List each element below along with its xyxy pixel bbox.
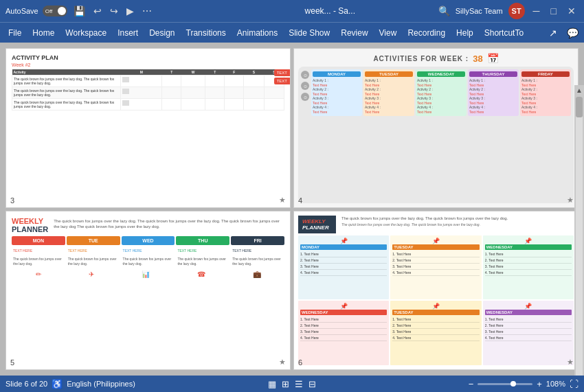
menu-file[interactable]: File — [3, 25, 27, 41]
table-row: The quick brown fox jumps over the lazy … — [12, 99, 284, 111]
restore-button[interactable]: □ — [548, 5, 559, 16]
slide-star-4: ★ — [567, 196, 574, 205]
slide-number-4: 4 — [298, 196, 302, 205]
s6-weekly: WEEKLY — [302, 218, 332, 224]
s6-tuesday-label: TUESDAY — [392, 244, 479, 250]
s6-wednesday3-item2: 2. Text Here — [485, 323, 572, 329]
s6-wednesday-item4: 4. Text Here — [485, 270, 572, 276]
autosave-knob — [58, 7, 66, 15]
undo-icon[interactable]: ↩ — [91, 5, 104, 16]
notes-view-icon[interactable]: ⊟ — [308, 379, 316, 389]
s4-mon-a4: Activity 4 : — [313, 105, 361, 109]
autosave-state: Off — [45, 8, 53, 14]
scroll-up-arrow[interactable]: ▲ — [574, 85, 584, 95]
s5-wed-content: The quick brown fox jumps over the lazy … — [122, 256, 175, 266]
zoom-level: 108% — [546, 380, 565, 388]
menu-insert[interactable]: Insert — [112, 25, 144, 41]
s6-wednesday-item2: 2. Text Here — [485, 257, 572, 264]
s5-icon-briefcase: 💼 — [253, 270, 261, 278]
slide6-content: WEEKLY PLANNER The quick brown fox jumps… — [294, 211, 578, 370]
s5-day-fri: FRI — [231, 236, 284, 245]
slide-cell-4[interactable]: ACTIVITIES FOR WEEK : 38 📅 ⊙ ⊙ ⊙ MONDAY … — [293, 48, 579, 208]
comment-icon[interactable]: 💬 — [564, 26, 581, 40]
slide3-content: ACTIVITY PLAN Week #2 TEXT TEXT Activity… — [6, 49, 290, 207]
s3-week: Week #2 — [12, 62, 58, 67]
s3-badge2: TEXT — [274, 78, 290, 84]
slide-info: Slide 6 of 20 — [5, 380, 47, 388]
slide-star-3: ★ — [279, 196, 286, 205]
outline-view-icon[interactable]: ☰ — [295, 379, 303, 389]
redo-icon[interactable]: ↪ — [108, 5, 120, 16]
scrollbar[interactable]: ▲ ▼ — [574, 85, 584, 376]
menu-help[interactable]: Help — [451, 25, 479, 41]
menu-view[interactable]: View — [374, 25, 403, 41]
menu-home[interactable]: Home — [27, 25, 60, 41]
s5-thu-text: TEXT HERE — [176, 248, 229, 254]
fit-window-icon[interactable]: ⛶ — [570, 379, 579, 389]
zoom-in-icon[interactable]: + — [537, 379, 542, 389]
s4-monday-col: MONDAY Activity 1 : Text Here Activity 2… — [311, 69, 362, 116]
zoom-slider[interactable] — [478, 383, 532, 385]
s6-wednesday3-label: WEDNESDAY — [485, 310, 572, 315]
status-bar: Slide 6 of 20 ♿ English (Philippines) ▦ … — [0, 376, 584, 392]
slide-cell-3[interactable]: ACTIVITY PLAN Week #2 TEXT TEXT Activity… — [5, 48, 291, 208]
document-title: week... - Sa... — [305, 6, 355, 16]
s4-thursday-col: THURSDAY Activity 1 : Text Here Activity… — [468, 69, 519, 116]
accessibility-icon[interactable]: ♿ — [52, 379, 63, 389]
share-icon[interactable]: ↗ — [546, 26, 560, 40]
title-right: 🔍 SillySac Team ST ─ □ ✕ — [438, 3, 579, 19]
s3-row1-activity: The quick brown fox jumps over the lazy … — [12, 76, 121, 87]
language: English (Philippines) — [67, 380, 135, 388]
s6-wednesday2-item4: 4. Text Here — [300, 335, 387, 341]
s6-wednesday2-item1: 1. Text Here — [300, 316, 387, 323]
s3-header-s: S — [244, 69, 264, 76]
s6-wednesday3-pin: 📌 — [485, 303, 572, 310]
menu-transitions[interactable]: Transitions — [181, 25, 232, 41]
scroll-track[interactable] — [576, 97, 583, 376]
s5-wed-text: TEXT HERE — [122, 248, 175, 254]
slide-number-6: 6 — [298, 358, 302, 367]
s6-wednesday2-sticky: 📌 WEDNESDAY 1. Text Here 2. Text Here 3.… — [298, 301, 389, 365]
zoom-out-icon[interactable]: − — [469, 379, 474, 389]
s6-wednesday-item1: 1. Text Here — [485, 251, 572, 257]
menu-slideshow[interactable]: Slide Show — [283, 25, 335, 41]
menu-animations[interactable]: Animations — [232, 25, 283, 41]
slide-cell-5[interactable]: WEEKLY PLANNER The quick brown fox jumps… — [5, 211, 291, 371]
s3-header-t: T — [162, 69, 181, 76]
present-icon[interactable]: ▶ — [124, 5, 136, 16]
normal-view-icon[interactable]: ▦ — [268, 379, 276, 389]
s6-tuesday-item3: 3. Text Here — [392, 264, 479, 270]
s6-wednesday3-item4: 4. Text Here — [485, 335, 572, 341]
more-icon[interactable]: ⋯ — [140, 5, 154, 16]
menu-recording[interactable]: Recording — [402, 25, 451, 41]
s4-icon1: ⊙ — [301, 71, 309, 79]
menu-shortcutto[interactable]: ShortcutTo — [479, 25, 529, 41]
s6-monday-item2: 2. Text Here — [300, 257, 387, 264]
menu-design[interactable]: Design — [144, 25, 180, 41]
menu-review[interactable]: Review — [335, 25, 373, 41]
s4-title: ACTIVITIES FOR WEEK : — [373, 55, 469, 62]
s3-badge1: TEXT — [274, 69, 290, 76]
s5-tue-text: TEXT HERE — [67, 248, 120, 254]
s6-wednesday-item3: 3. Text Here — [485, 264, 572, 270]
autosave-toggle[interactable]: Off — [43, 5, 67, 16]
s6-header-text: The quick brown fox jumps over the lazy … — [339, 216, 574, 227]
s6-monday-item1: 1. Text Here — [300, 251, 387, 257]
s5-day-wed: WED — [122, 236, 175, 245]
s4-monday-header: MONDAY — [313, 71, 361, 77]
menu-right: ↗ 💬 — [546, 26, 581, 40]
slide-cell-6[interactable]: WEEKLY PLANNER The quick brown fox jumps… — [293, 211, 579, 371]
scroll-thumb[interactable] — [576, 97, 583, 117]
s6-wednesday3-item3: 3. Text Here — [485, 329, 572, 335]
save-icon[interactable]: 💾 — [71, 5, 87, 16]
s6-wednesday2-label: WEDNESDAY — [300, 310, 387, 315]
close-button[interactable]: ✕ — [565, 5, 579, 16]
s6-tuesday2-item1: 1. Text Here — [392, 316, 479, 323]
search-icon[interactable]: 🔍 — [438, 5, 450, 16]
minimize-button[interactable]: ─ — [530, 5, 543, 16]
grid-view-icon[interactable]: ⊞ — [282, 379, 289, 389]
s4-mon-a3: Activity 3 : — [313, 96, 361, 100]
s6-tuesday-item4: 4. Text Here — [392, 270, 479, 276]
menu-workspace[interactable]: Workspace — [60, 25, 112, 41]
s6-tuesday2-sticky: 📌 TUESDAY 1. Text Here 2. Text Here 3. T… — [390, 301, 481, 365]
